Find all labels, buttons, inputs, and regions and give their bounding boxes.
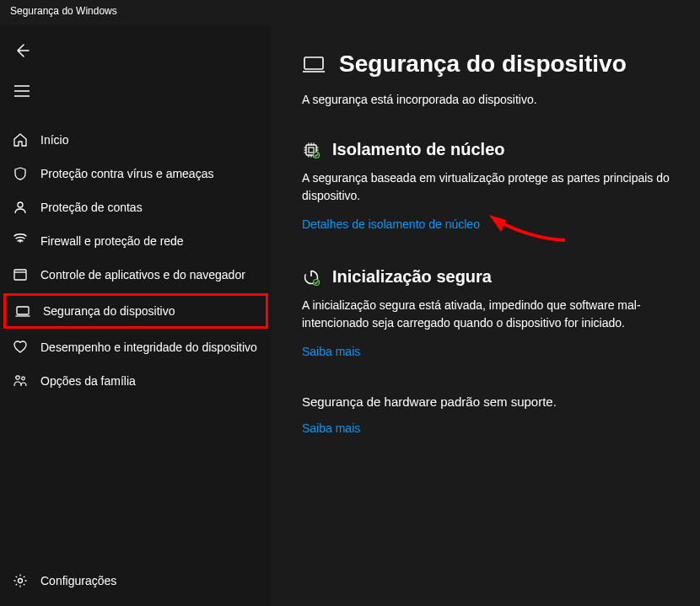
home-icon [12, 131, 29, 148]
hardware-status-text: Segurança de hardware padrão sem suporte… [302, 394, 670, 409]
svg-point-9 [16, 376, 19, 379]
sidebar-item-label: Proteção contra vírus e ameaças [40, 167, 213, 180]
sidebar-item-performance[interactable]: Desempenho e integridade do dispositivo [0, 330, 272, 364]
sidebar-item-virus[interactable]: Proteção contra vírus e ameaças [0, 157, 272, 190]
sidebar-item-label: Desempenho e integridade do dispositivo [40, 341, 257, 354]
sidebar-item-firewall[interactable]: Firewall e proteção de rede [0, 224, 272, 258]
sidebar-item-label: Proteção de contas [40, 201, 143, 214]
sidebar-item-label: Início [40, 133, 68, 147]
section-secure-boot: Inicialização segura A inicialização seg… [302, 267, 670, 359]
heart-icon [12, 339, 29, 356]
account-icon [12, 199, 29, 216]
app-browser-icon [12, 266, 29, 283]
sidebar-item-label: Firewall e proteção de rede [40, 234, 184, 248]
sidebar: Início Proteção contra vírus e ameaças P… [0, 25, 272, 606]
section-core-isolation: Isolamento de núcleo A segurança baseada… [302, 140, 670, 232]
svg-point-3 [18, 202, 23, 207]
svg-rect-5 [14, 270, 26, 280]
sidebar-item-label: Controle de aplicativos e do navegador [40, 268, 245, 282]
sidebar-item-account[interactable]: Proteção de contas [0, 190, 272, 224]
power-icon [302, 268, 320, 287]
hardware-learn-more-link[interactable]: Saiba mais [302, 421, 360, 435]
gear-icon [12, 572, 29, 589]
sidebar-item-label: Configurações [40, 574, 116, 587]
page-title: Segurança do dispositivo [339, 51, 627, 78]
section-desc: A inicialização segura está ativada, imp… [302, 297, 670, 332]
secure-boot-learn-more-link[interactable]: Saiba mais [302, 345, 360, 358]
family-icon [12, 373, 29, 389]
sidebar-item-home[interactable]: Início [0, 123, 272, 157]
sidebar-item-device-security[interactable]: Segurança do dispositivo [3, 293, 268, 329]
back-arrow-icon [13, 42, 30, 59]
svg-point-10 [22, 377, 25, 380]
section-hardware: Segurança de hardware padrão sem suporte… [302, 394, 670, 436]
svg-point-11 [19, 579, 23, 583]
chip-icon [302, 141, 320, 159]
main-content: Segurança do dispositivo A segurança est… [272, 25, 700, 606]
sidebar-item-label: Opções da família [40, 374, 136, 388]
window-title: Segurança do Windows [0, 0, 700, 25]
section-desc: A segurança baseada em virtualização pro… [302, 169, 670, 205]
svg-rect-12 [304, 57, 323, 69]
menu-button[interactable] [5, 74, 39, 108]
device-icon [14, 303, 31, 319]
sidebar-item-settings[interactable]: Configurações [0, 564, 272, 598]
hamburger-icon [14, 85, 30, 97]
svg-rect-15 [309, 147, 314, 153]
sidebar-item-app-control[interactable]: Controle de aplicativos e do navegador [0, 258, 272, 292]
page-subtitle: A segurança está incorporada ao disposit… [302, 93, 670, 106]
core-isolation-details-link[interactable]: Detalhes de isolamento de núcleo [302, 217, 480, 231]
section-title: Isolamento de núcleo [332, 140, 504, 159]
back-button[interactable] [5, 34, 39, 67]
svg-rect-7 [17, 307, 29, 314]
network-icon [12, 233, 29, 249]
sidebar-item-label: Segurança do dispositivo [43, 304, 175, 318]
device-icon [302, 52, 326, 76]
section-title: Inicialização segura [332, 267, 492, 287]
sidebar-item-family[interactable]: Opções da família [0, 364, 272, 398]
shield-icon [12, 165, 29, 182]
